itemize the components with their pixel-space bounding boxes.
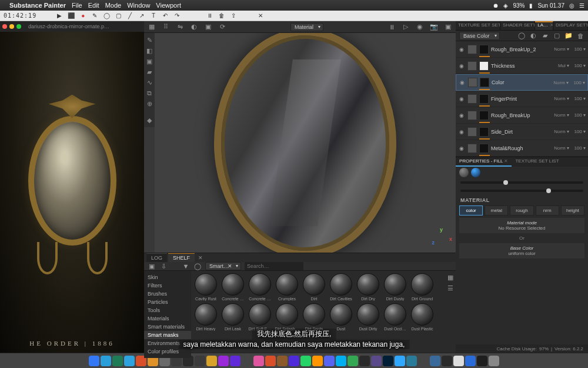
visibility-icon[interactable]: ◉ <box>458 47 465 52</box>
shelf-asset[interactable]: Dirt Cavities <box>329 273 353 301</box>
shelf-asset[interactable]: Dirt Leak <box>220 303 245 331</box>
menu-viewport[interactable]: Viewport <box>156 2 181 9</box>
opacity[interactable]: 100 ▾ <box>572 112 586 118</box>
layer-mask[interactable] <box>479 111 489 120</box>
shelf-search-input[interactable] <box>245 262 303 270</box>
dock-app[interactable] <box>477 356 487 366</box>
shelf-asset[interactable]: Concrete … <box>248 273 272 301</box>
shelf-asset[interactable]: Dust Plastic <box>410 303 435 331</box>
layer-name[interactable]: Rough_BreakUp_2 <box>491 47 549 52</box>
dock-app[interactable] <box>101 356 111 366</box>
undo-icon[interactable]: ↶ <box>161 12 169 20</box>
channel-chip[interactable]: nrm <box>536 205 559 216</box>
layer-name[interactable]: Color <box>492 79 549 85</box>
refresh-icon[interactable]: ⟳ <box>218 23 226 31</box>
fill-projection-icon[interactable] <box>459 168 469 177</box>
play-icon[interactable]: ▶ <box>55 12 64 20</box>
layer-row[interactable]: ◉ Rough_BreakUp Norm ▾ 100 ▾ <box>456 107 588 124</box>
layer-row[interactable]: ◉ Thickness Mul ▾ 100 ▾ <box>456 58 588 74</box>
shelf-asset[interactable]: Dirt <box>302 273 326 301</box>
arrow-icon[interactable]: ↗ <box>138 12 146 20</box>
visibility-icon[interactable]: ◉ <box>458 96 465 102</box>
visibility-icon[interactable]: ◉ <box>459 79 466 85</box>
view-icon[interactable]: ◐ <box>190 23 198 31</box>
shelf-category[interactable]: Environments <box>144 339 191 347</box>
opacity[interactable]: 100 ▾ <box>571 80 585 85</box>
symmetry-icon[interactable]: ⇋ <box>176 23 184 31</box>
layer-mask[interactable] <box>479 45 489 54</box>
shelf-asset[interactable]: Dust Dirty <box>356 303 380 331</box>
grid-view-icon[interactable]: ▦ <box>446 273 455 281</box>
blend-mode[interactable]: Norm ▾ <box>551 80 569 85</box>
pencil-icon[interactable]: ✎ <box>91 12 99 20</box>
shelf-category[interactable]: Smart materials <box>144 323 191 331</box>
blend-mode[interactable]: Norm ▾ <box>552 96 569 101</box>
layer-mask[interactable] <box>479 94 489 104</box>
folder-icon[interactable]: ▣ <box>148 262 156 270</box>
line-icon[interactable]: ╱ <box>126 12 134 20</box>
shelf-close-icon[interactable]: ✕ <box>196 254 205 262</box>
persp-icon[interactable]: ▣ <box>204 23 212 31</box>
pause-icon[interactable]: ⏸ <box>206 12 214 20</box>
square-icon[interactable]: ▢ <box>114 12 122 20</box>
tab-shelf[interactable]: SHELF <box>168 253 195 262</box>
layer-thumb[interactable] <box>468 78 477 87</box>
clear-filter-icon[interactable]: ◯ <box>193 262 202 270</box>
projection-tool-icon[interactable]: ▣ <box>145 57 153 66</box>
menu-mode[interactable]: Mode <box>105 2 122 9</box>
layer-row[interactable]: ◉ Metal&Rough Norm ▾ 100 ▾ <box>456 140 588 157</box>
layer-mask[interactable] <box>479 144 489 153</box>
layer-thumb[interactable] <box>467 45 477 54</box>
grid-icon[interactable]: ▦ <box>148 23 156 31</box>
redo-icon[interactable]: ↷ <box>173 12 181 20</box>
shelf-asset[interactable]: Cavity Rust <box>193 273 218 301</box>
picker-tool-icon[interactable]: ⊕ <box>145 99 153 108</box>
opacity[interactable]: 100 ▾ <box>572 145 586 151</box>
blend-mode[interactable]: Norm ▾ <box>552 145 569 151</box>
spotlight-icon[interactable]: ◎ <box>569 2 574 9</box>
shelf-category[interactable]: Tools <box>144 306 191 314</box>
shelf-asset[interactable]: Dirt Spots <box>302 303 326 331</box>
layer-name[interactable]: FingerPrint <box>491 96 549 102</box>
tab-texture-set-list[interactable]: TEXTURE SET LIST <box>512 157 562 167</box>
visibility-icon[interactable]: ◉ <box>458 145 465 151</box>
reference-tab[interactable]: dariusz-drobnica-mirror-ornate.p… <box>28 24 109 29</box>
window-min-icon[interactable] <box>9 24 14 29</box>
add-folder-icon[interactable]: 📁 <box>564 32 573 40</box>
shelf-asset[interactable]: Crumples <box>275 273 299 301</box>
shelf-asset[interactable]: Dirt Splash… <box>275 303 299 331</box>
screen-record-icon[interactable]: ⏺ <box>493 2 499 9</box>
filter-icon[interactable]: ▼ <box>182 262 190 270</box>
menu-file[interactable]: File <box>72 2 82 9</box>
import-icon[interactable]: ⇩ <box>159 262 168 270</box>
layer-name[interactable]: Metal&Rough <box>491 145 549 151</box>
panel-tab[interactable]: LA…✕ <box>535 21 553 30</box>
opacity[interactable]: 100 ▾ <box>572 129 586 134</box>
iray-icon[interactable]: ▷ <box>402 23 410 31</box>
dock-app[interactable] <box>489 356 499 366</box>
dots-icon[interactable]: ⠿ <box>162 23 170 31</box>
snapshot-icon[interactable]: ▣ <box>444 23 452 31</box>
trash-icon[interactable]: 🗑 <box>218 12 226 20</box>
blend-mode[interactable]: Norm ▾ <box>552 47 569 52</box>
base-color-button[interactable]: Base Color uniform color <box>459 243 584 258</box>
layer-channel-dropdown[interactable]: Base Color <box>459 32 500 40</box>
shelf-asset[interactable]: Concrete … <box>220 273 245 301</box>
layer-row[interactable]: ◉ Side_Dirt Norm ▾ 100 ▾ <box>456 124 588 140</box>
layer-row[interactable]: ◉ Rough_BreakUp_2 Norm ▾ 100 ▾ <box>456 41 588 58</box>
blend-mode[interactable]: Norm ▾ <box>552 129 569 134</box>
panel-tab[interactable]: TEXTURE SET SETT… <box>456 21 500 30</box>
layer-thumb[interactable] <box>467 111 477 120</box>
visibility-icon[interactable]: ◉ <box>458 129 465 135</box>
layer-mask[interactable] <box>479 127 489 137</box>
add-fill-layer-icon[interactable]: ▰ <box>541 32 549 40</box>
shelf-category[interactable]: Brushes <box>144 290 191 298</box>
channel-chip[interactable]: height <box>561 205 584 216</box>
shelf-category[interactable]: Filters <box>144 281 191 290</box>
layer-thumb[interactable] <box>467 94 477 104</box>
channel-chip[interactable]: color <box>459 205 483 216</box>
filter-chip[interactable]: Smart… ✕ <box>205 262 241 270</box>
layer-mask[interactable] <box>480 78 489 87</box>
smudge-tool-icon[interactable]: ∿ <box>145 78 153 87</box>
opacity[interactable]: 100 ▾ <box>572 63 586 68</box>
